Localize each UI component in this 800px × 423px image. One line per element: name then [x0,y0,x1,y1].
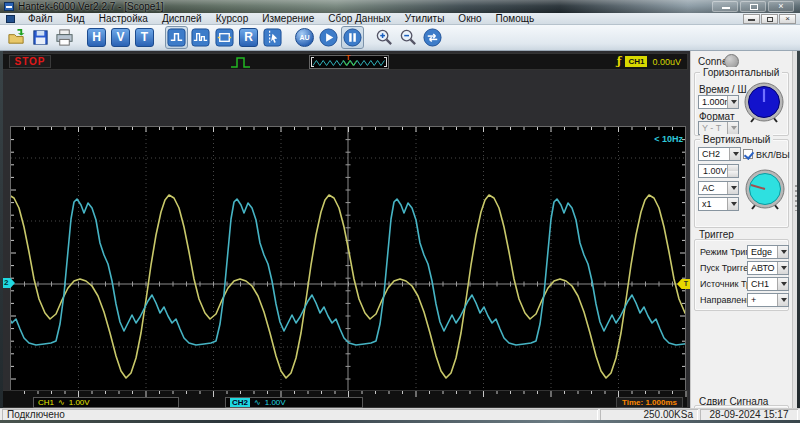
save-icon [31,28,50,47]
chevron-down-icon [727,182,738,194]
window-title: Hantek-6000 Ver2.2.7 - [Scope1] [18,1,164,12]
app-icon [4,2,14,11]
ch1-coupling-icon: ∿ [58,398,65,407]
scope-display[interactable]: < 10Hz [10,126,686,423]
toolbar-autoset-button[interactable]: AU [294,27,315,48]
toolbar-pause-button[interactable] [342,27,363,48]
toolbar-print-button[interactable] [54,27,75,48]
xy-icon [215,28,234,47]
toolbar-start-button[interactable] [318,27,339,48]
trigger-slope-select[interactable]: + [747,293,789,307]
child-restore-button[interactable] [761,14,778,24]
close-icon: × [778,1,783,11]
window-left-edge [0,51,3,423]
status-bar: Подключено 250.00KSa 28-09-2024 15:17 [0,408,800,420]
volt-scale-spinner[interactable]: 1.00V [698,164,739,178]
chevron-down-icon [727,122,738,134]
toolbar-zoom-in-button[interactable] [374,27,395,48]
menu-измерение[interactable]: Измерение [255,13,321,25]
play-icon [319,28,338,47]
toolbar-pulse-train-button[interactable] [190,27,211,48]
toolbar-open-button[interactable] [6,27,27,48]
toolbar-record-button[interactable]: R [238,27,259,48]
acquisition-status: STOP [9,55,51,68]
toolbar: HVTRAU [0,25,800,51]
toolbar-single-pulse-button[interactable] [166,27,187,48]
ch1-scale: 1.00V [69,398,90,407]
toolbar-cursor-measure-button[interactable] [262,27,283,48]
horizontal-setup-icon: H [87,28,106,47]
maximize-icon [750,4,758,10]
probe-select[interactable]: x1 [698,197,739,211]
trigger-source-select[interactable]: CH1 [747,277,789,291]
ch2-scale: 1.00V [265,398,286,407]
vertical-setup-icon: V [111,28,130,47]
coupling-select[interactable]: AC [698,181,739,195]
trigger-setup-icon: T [135,28,154,47]
autoset-icon: AU [295,28,314,47]
zoom-out-icon [399,28,418,47]
child-minimize-button[interactable] [743,14,760,24]
menu-помощь[interactable]: Помощь [489,13,542,25]
menu-файл[interactable]: Файл [21,13,60,25]
waveform-preview[interactable]: T [309,55,389,69]
toolbar-xy-mode-button[interactable] [214,27,235,48]
minimize-icon [722,7,730,9]
chevron-down-icon [777,246,788,258]
menu-дисплей[interactable]: Дисплей [155,13,209,25]
menu-сбор-данных[interactable]: Сбор Данных [321,13,397,25]
toolbar-save-button[interactable] [30,27,51,48]
menu-утилиты[interactable]: Утилиты [398,13,452,25]
toolbar-horizontal-setup-button[interactable]: H [86,27,107,48]
child-restore-icon [767,17,773,22]
control-panel: Connect: Горизонтальный Время / Ш 1.000m… [690,51,800,408]
maximize-button[interactable] [740,1,766,12]
ch2-scale-box[interactable]: CH2 ∿ 1.00V [225,397,363,408]
menu-вид[interactable]: Вид [60,13,92,25]
channel-enable-checkbox[interactable] [743,149,753,159]
ch2-label: CH2 [230,398,250,407]
print-icon [55,28,74,47]
cursor-icon [263,28,282,47]
workspace: STOP T ƒ CH1 0.00uV < 10Hz 2 T CH1 ∿ 1.0… [0,51,800,408]
timebase-select[interactable]: 1.000ms [698,95,739,109]
menu-курсор[interactable]: Курсор [209,13,256,25]
vertical-group-title: Вертикальный [700,134,773,145]
volt-scale-knob[interactable] [743,168,787,212]
chevron-down-icon [777,294,788,306]
open-icon [7,28,26,47]
toolbar-refresh-button[interactable] [422,27,443,48]
menu-настройка[interactable]: Настройка [92,13,155,25]
ch1-label: CH1 [38,398,54,407]
chevron-down-icon [729,148,740,160]
toolbar-zoom-out-button[interactable] [398,27,419,48]
channel-select[interactable]: CH2 [698,147,741,161]
refresh-icon [423,28,442,47]
close-button[interactable]: × [768,1,794,12]
channel-enable-label: ВКЛ/ВЫ [756,150,790,160]
record-icon: R [239,28,258,47]
preview-trigger-marker[interactable]: T [346,54,350,61]
timebase-label: Время / Ш [699,84,747,95]
pause-icon [343,28,362,47]
trigger-pulse-icon [229,55,253,74]
ch1-scale-box[interactable]: CH1 ∿ 1.00V [33,397,179,408]
chevron-down-icon [727,96,738,108]
toolbar-vertical-setup-button[interactable]: V [110,27,131,48]
toolbar-trigger-setup-button[interactable]: T [134,27,155,48]
menu-окно[interactable]: Окно [451,13,488,25]
child-close-button[interactable]: × [779,14,796,24]
status-strip-top: STOP T ƒ CH1 0.00uV [2,53,688,70]
trigger-mode-select[interactable]: Edge [747,245,789,259]
mdi-child-icon [6,15,15,23]
status-strip-bottom: CH1 ∿ 1.00V CH2 ∿ 1.00V Time: 1.000ms [2,390,688,408]
timebase-readout: Time: 1.000ms [616,397,683,408]
ch2-coupling-icon: ∿ [254,398,261,407]
trigger-level-readout: 0.00uV [652,57,681,67]
spin-down-icon[interactable] [728,171,738,177]
timebase-knob[interactable] [742,81,786,125]
trigger-sweep-select[interactable]: АВТО [747,261,789,275]
format-select[interactable]: Y - T [698,121,739,135]
minimize-button[interactable] [712,1,738,12]
pulse-icon [167,28,186,47]
